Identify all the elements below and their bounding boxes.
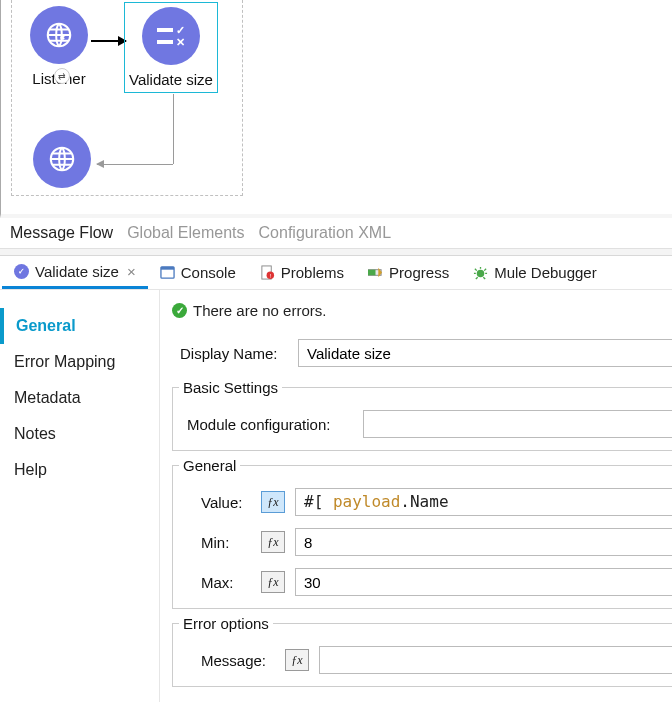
problems-icon: ! (260, 265, 275, 280)
label: Message: (173, 652, 285, 669)
tab-mule-debugger[interactable]: Mule Debugger (461, 256, 609, 289)
label: Min: (173, 534, 261, 551)
flow-canvas[interactable]: ⇄ Listener ✓ ✕ Validate size (0, 0, 672, 218)
label: Module configuration: (173, 416, 363, 433)
min-input[interactable] (295, 528, 672, 556)
group-error-options: Error options Message: ƒx (172, 615, 672, 687)
legend: Error options (179, 615, 273, 632)
tab-label: Console (181, 264, 236, 281)
group-basic-settings: Basic Settings Module configuration: (172, 379, 672, 451)
legend: Basic Settings (179, 379, 282, 396)
sidebar-item-general[interactable]: General (0, 308, 159, 344)
tab-problems[interactable]: ! Problems (248, 256, 356, 289)
tab-message-flow[interactable]: Message Flow (6, 222, 117, 244)
node-label: Validate size (129, 71, 213, 88)
status-bar: ✓ There are no errors. (168, 300, 672, 333)
tab-label: Validate size (35, 263, 119, 280)
svg-point-9 (477, 270, 485, 278)
node-listener[interactable]: ⇄ Listener (9, 6, 109, 87)
tab-console[interactable]: Console (148, 256, 248, 289)
close-icon[interactable]: × (127, 263, 136, 280)
console-icon (160, 265, 175, 280)
fx-button[interactable]: ƒx (261, 491, 285, 513)
tab-configuration-xml[interactable]: Configuration XML (255, 222, 396, 244)
label: Display Name: (168, 345, 298, 362)
tab-label: Progress (389, 264, 449, 281)
node-validate-size[interactable]: ✓ ✕ Validate size (121, 2, 221, 93)
svg-rect-8 (368, 270, 376, 276)
group-general: General Value: ƒx #[ payload.Name Min: ƒ… (172, 457, 672, 609)
progress-icon (368, 265, 383, 280)
sidebar-item-notes[interactable]: Notes (0, 416, 159, 452)
bug-icon (473, 265, 488, 280)
sidebar-item-error-mapping[interactable]: Error Mapping (0, 344, 159, 380)
label: Max: (173, 574, 261, 591)
tab-global-elements[interactable]: Global Elements (123, 222, 248, 244)
panel-tab-bar: ✓ Validate size × Console ! Problems Pro… (0, 256, 672, 290)
properties-sidebar: General Error Mapping Metadata Notes Hel… (0, 290, 160, 702)
sidebar-item-help[interactable]: Help (0, 452, 159, 488)
label: Value: (173, 494, 261, 511)
status-text: There are no errors. (193, 302, 326, 319)
module-configuration-input[interactable] (363, 410, 672, 438)
tab-validate-size[interactable]: ✓ Validate size × (2, 256, 148, 289)
sidebar-item-metadata[interactable]: Metadata (0, 380, 159, 416)
tab-label: Problems (281, 264, 344, 281)
check-icon: ✓ (172, 303, 187, 318)
error-message-input[interactable] (319, 646, 672, 674)
validate-icon: ✓ ✕ (142, 7, 200, 65)
legend: General (179, 457, 240, 474)
fx-button[interactable]: ƒx (285, 649, 309, 671)
field-display-name: Display Name: (168, 333, 672, 373)
swap-icon: ⇄ (54, 68, 70, 84)
fx-button[interactable]: ƒx (261, 571, 285, 593)
tab-label: Mule Debugger (494, 264, 597, 281)
connector (173, 94, 174, 164)
svg-rect-3 (161, 267, 174, 270)
display-name-input[interactable] (298, 339, 672, 367)
properties-form: ✓ There are no errors. Display Name: Bas… (160, 290, 672, 702)
globe-icon (33, 130, 91, 188)
value-input[interactable]: #[ payload.Name (295, 488, 672, 516)
globe-icon (30, 6, 88, 64)
tab-progress[interactable]: Progress (356, 256, 461, 289)
max-input[interactable] (295, 568, 672, 596)
validate-icon: ✓ (14, 264, 29, 279)
fx-button[interactable]: ƒx (261, 531, 285, 553)
divider[interactable] (0, 248, 672, 256)
editor-tabs: Message Flow Global Elements Configurati… (0, 218, 672, 248)
node-outbound[interactable] (9, 130, 109, 188)
